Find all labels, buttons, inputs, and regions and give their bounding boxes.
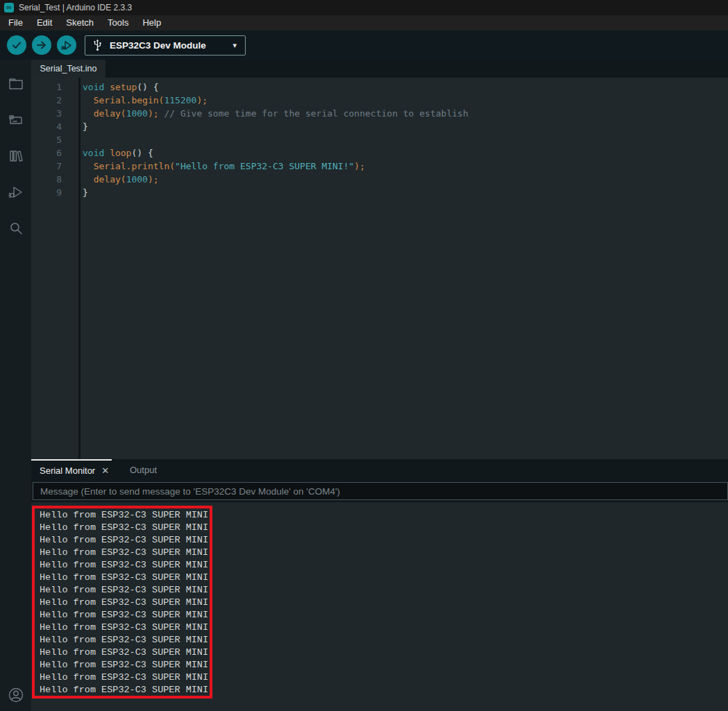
menu-tools[interactable]: Tools — [101, 15, 135, 31]
debug-sidebar-icon[interactable] — [0, 174, 31, 210]
sketchbook-folder-icon[interactable] — [0, 66, 31, 102]
arduino-logo-icon: ∞ — [4, 3, 14, 12]
serial-monitor-output[interactable]: Hello from ESP32-C3 SUPER MINI!Hello fro… — [31, 502, 728, 711]
code-text: Serial.println("Hello from ESP32-C3 SUPE… — [78, 160, 365, 173]
code-line: 9} — [31, 186, 728, 199]
serial-output-line: Hello from ESP32-C3 SUPER MINI! — [40, 584, 728, 597]
check-icon — [11, 40, 22, 51]
menu-sketch[interactable]: Sketch — [59, 15, 101, 31]
line-number: 3 — [31, 107, 78, 120]
code-text — [78, 133, 83, 146]
board-selector-dropdown[interactable]: ESP32C3 Dev Module ▾ — [85, 35, 246, 55]
chevron-down-icon: ▾ — [232, 41, 238, 50]
menu-bar: FileEditSketchToolsHelp — [0, 15, 728, 31]
line-number: 6 — [31, 146, 78, 160]
editor-tab-bar: Serial_Test.ino — [31, 60, 728, 78]
window-title: Serial_Test | Arduino IDE 2.3.3 — [19, 3, 132, 12]
code-text: } — [78, 120, 88, 133]
debug-button[interactable] — [57, 35, 76, 55]
serial-monitor-tab-label: Serial Monitor — [40, 465, 95, 476]
panel-tab-bar: Serial Monitor ✕ Output — [31, 459, 728, 480]
code-line: 5 — [31, 133, 728, 146]
tab-serial-monitor[interactable]: Serial Monitor ✕ — [31, 459, 112, 480]
search-icon[interactable] — [0, 210, 31, 246]
close-icon[interactable]: ✕ — [101, 465, 109, 476]
code-text: delay(1000); — [78, 173, 159, 186]
serial-output-line: Hello from ESP32-C3 SUPER MINI! — [40, 671, 728, 684]
activity-bar — [0, 60, 31, 711]
menu-file[interactable]: File — [1, 15, 30, 31]
code-text: } — [78, 186, 88, 199]
line-number: 5 — [31, 133, 78, 146]
line-number: 1 — [31, 80, 78, 94]
serial-output-line: Hello from ESP32-C3 SUPER MINI! — [40, 609, 728, 622]
code-line: 6void loop() { — [31, 146, 728, 160]
code-text: delay(1000); // Give some time for the s… — [78, 107, 468, 120]
code-text: void loop() { — [78, 146, 153, 160]
debug-play-icon — [61, 40, 73, 51]
code-line: 3 delay(1000); // Give some time for the… — [31, 107, 728, 120]
usb-icon — [92, 39, 103, 51]
serial-output-line: Hello from ESP32-C3 SUPER MINI! — [40, 634, 728, 646]
account-icon[interactable] — [0, 686, 31, 704]
toolbar: ESP32C3 Dev Module ▾ — [0, 31, 728, 60]
verify-button[interactable] — [7, 35, 26, 55]
serial-output-line: Hello from ESP32-C3 SUPER MINI! — [40, 559, 728, 572]
serial-output-line: Hello from ESP32-C3 SUPER MINI! — [40, 534, 728, 547]
line-number: 4 — [31, 120, 78, 133]
code-text: Serial.begin(115200); — [78, 94, 208, 107]
serial-output-line: Hello from ESP32-C3 SUPER MINI! — [40, 659, 728, 671]
menu-edit[interactable]: Edit — [30, 15, 59, 31]
title-bar: ∞ Serial_Test | Arduino IDE 2.3.3 — [0, 0, 728, 15]
board-selector-value: ESP32C3 Dev Module — [110, 40, 226, 51]
serial-output-line: Hello from ESP32-C3 SUPER MINI! — [40, 509, 728, 522]
code-text: void setup() { — [78, 80, 159, 94]
library-manager-icon[interactable] — [0, 138, 31, 174]
line-number: 8 — [31, 173, 78, 186]
upload-button[interactable] — [32, 35, 51, 55]
serial-output-line: Hello from ESP32-C3 SUPER MINI! — [40, 597, 728, 609]
code-line: 1void setup() { — [31, 80, 728, 94]
line-number: 2 — [31, 94, 78, 107]
code-line: 8 delay(1000); — [31, 173, 728, 186]
code-line: 4} — [31, 120, 728, 133]
serial-output-line: Hello from ESP32-C3 SUPER MINI! — [40, 572, 728, 584]
tab-serial-test-ino[interactable]: Serial_Test.ino — [31, 60, 105, 78]
menu-help[interactable]: Help — [135, 15, 168, 31]
serial-message-row — [31, 480, 728, 502]
serial-output-line: Hello from ESP32-C3 SUPER MINI! — [40, 547, 728, 559]
arduino-ide-window: ∞ Serial_Test | Arduino IDE 2.3.3 FileEd… — [0, 0, 728, 711]
serial-output-line: Hello from ESP32-C3 SUPER MINI! — [40, 684, 728, 696]
boards-manager-icon[interactable] — [0, 102, 31, 138]
serial-output-line: Hello from ESP32-C3 SUPER MINI! — [40, 522, 728, 534]
code-line: 2 Serial.begin(115200); — [31, 94, 728, 107]
serial-message-input[interactable] — [33, 482, 728, 500]
serial-output-line: Hello from ESP32-C3 SUPER MINI! — [40, 646, 728, 659]
code-editor[interactable]: 1void setup() {2 Serial.begin(115200);3 … — [31, 78, 728, 459]
tab-output[interactable]: Output — [112, 465, 157, 475]
line-number: 9 — [31, 186, 78, 199]
serial-output-line: Hello from ESP32-C3 SUPER MINI! — [40, 622, 728, 634]
line-number: 7 — [31, 160, 78, 173]
code-line: 7 Serial.println("Hello from ESP32-C3 SU… — [31, 160, 728, 173]
right-arrow-icon — [36, 40, 47, 51]
